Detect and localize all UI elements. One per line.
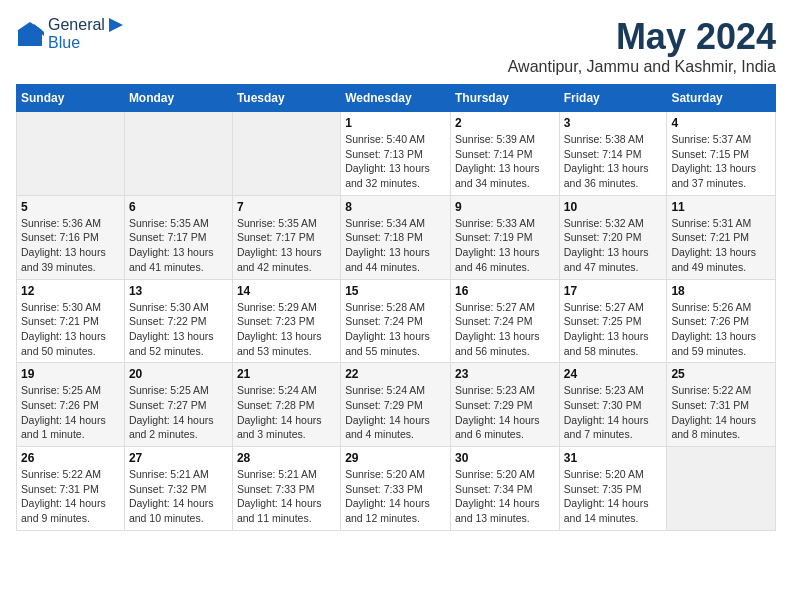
day-number: 31 — [564, 451, 663, 465]
day-number: 26 — [21, 451, 120, 465]
calendar-cell: 25Sunrise: 5:22 AM Sunset: 7:31 PM Dayli… — [667, 363, 776, 447]
calendar-cell: 18Sunrise: 5:26 AM Sunset: 7:26 PM Dayli… — [667, 279, 776, 363]
day-info: Sunrise: 5:24 AM Sunset: 7:28 PM Dayligh… — [237, 383, 336, 442]
day-info: Sunrise: 5:30 AM Sunset: 7:21 PM Dayligh… — [21, 300, 120, 359]
calendar-cell: 17Sunrise: 5:27 AM Sunset: 7:25 PM Dayli… — [559, 279, 667, 363]
weekday-header-wednesday: Wednesday — [341, 85, 451, 112]
calendar-cell: 13Sunrise: 5:30 AM Sunset: 7:22 PM Dayli… — [124, 279, 232, 363]
calendar-cell: 29Sunrise: 5:20 AM Sunset: 7:33 PM Dayli… — [341, 447, 451, 531]
day-number: 22 — [345, 367, 446, 381]
day-info: Sunrise: 5:39 AM Sunset: 7:14 PM Dayligh… — [455, 132, 555, 191]
calendar-cell: 24Sunrise: 5:23 AM Sunset: 7:30 PM Dayli… — [559, 363, 667, 447]
svg-marker-0 — [18, 22, 42, 46]
day-number: 10 — [564, 200, 663, 214]
day-info: Sunrise: 5:20 AM Sunset: 7:34 PM Dayligh… — [455, 467, 555, 526]
calendar-week-2: 5Sunrise: 5:36 AM Sunset: 7:16 PM Daylig… — [17, 195, 776, 279]
calendar-cell: 28Sunrise: 5:21 AM Sunset: 7:33 PM Dayli… — [232, 447, 340, 531]
day-info: Sunrise: 5:21 AM Sunset: 7:32 PM Dayligh… — [129, 467, 228, 526]
calendar-week-4: 19Sunrise: 5:25 AM Sunset: 7:26 PM Dayli… — [17, 363, 776, 447]
day-number: 15 — [345, 284, 446, 298]
logo-general-text: General — [48, 16, 105, 34]
day-info: Sunrise: 5:22 AM Sunset: 7:31 PM Dayligh… — [21, 467, 120, 526]
calendar-cell: 5Sunrise: 5:36 AM Sunset: 7:16 PM Daylig… — [17, 195, 125, 279]
day-info: Sunrise: 5:36 AM Sunset: 7:16 PM Dayligh… — [21, 216, 120, 275]
day-info: Sunrise: 5:24 AM Sunset: 7:29 PM Dayligh… — [345, 383, 446, 442]
day-info: Sunrise: 5:40 AM Sunset: 7:13 PM Dayligh… — [345, 132, 446, 191]
calendar-cell: 19Sunrise: 5:25 AM Sunset: 7:26 PM Dayli… — [17, 363, 125, 447]
day-info: Sunrise: 5:31 AM Sunset: 7:21 PM Dayligh… — [671, 216, 771, 275]
calendar-body: 1Sunrise: 5:40 AM Sunset: 7:13 PM Daylig… — [17, 112, 776, 531]
day-info: Sunrise: 5:35 AM Sunset: 7:17 PM Dayligh… — [129, 216, 228, 275]
calendar-cell: 23Sunrise: 5:23 AM Sunset: 7:29 PM Dayli… — [450, 363, 559, 447]
day-number: 11 — [671, 200, 771, 214]
logo-arrow-icon — [107, 16, 125, 34]
calendar-cell — [124, 112, 232, 196]
calendar-cell: 11Sunrise: 5:31 AM Sunset: 7:21 PM Dayli… — [667, 195, 776, 279]
day-number: 5 — [21, 200, 120, 214]
calendar-cell: 30Sunrise: 5:20 AM Sunset: 7:34 PM Dayli… — [450, 447, 559, 531]
calendar-cell: 7Sunrise: 5:35 AM Sunset: 7:17 PM Daylig… — [232, 195, 340, 279]
day-number: 21 — [237, 367, 336, 381]
day-info: Sunrise: 5:22 AM Sunset: 7:31 PM Dayligh… — [671, 383, 771, 442]
day-number: 7 — [237, 200, 336, 214]
day-number: 9 — [455, 200, 555, 214]
day-number: 14 — [237, 284, 336, 298]
day-number: 29 — [345, 451, 446, 465]
calendar-cell — [232, 112, 340, 196]
day-info: Sunrise: 5:25 AM Sunset: 7:27 PM Dayligh… — [129, 383, 228, 442]
logo-icon — [16, 20, 44, 48]
calendar-header-row: SundayMondayTuesdayWednesdayThursdayFrid… — [17, 85, 776, 112]
day-info: Sunrise: 5:23 AM Sunset: 7:29 PM Dayligh… — [455, 383, 555, 442]
weekday-header-tuesday: Tuesday — [232, 85, 340, 112]
day-number: 25 — [671, 367, 771, 381]
calendar-table: SundayMondayTuesdayWednesdayThursdayFrid… — [16, 84, 776, 531]
calendar-cell: 26Sunrise: 5:22 AM Sunset: 7:31 PM Dayli… — [17, 447, 125, 531]
day-info: Sunrise: 5:23 AM Sunset: 7:30 PM Dayligh… — [564, 383, 663, 442]
day-info: Sunrise: 5:35 AM Sunset: 7:17 PM Dayligh… — [237, 216, 336, 275]
day-number: 8 — [345, 200, 446, 214]
logo-blue-text: Blue — [48, 34, 127, 52]
day-number: 30 — [455, 451, 555, 465]
weekday-header-monday: Monday — [124, 85, 232, 112]
day-number: 18 — [671, 284, 771, 298]
day-info: Sunrise: 5:33 AM Sunset: 7:19 PM Dayligh… — [455, 216, 555, 275]
calendar-cell — [667, 447, 776, 531]
day-number: 16 — [455, 284, 555, 298]
day-info: Sunrise: 5:30 AM Sunset: 7:22 PM Dayligh… — [129, 300, 228, 359]
calendar-cell: 9Sunrise: 5:33 AM Sunset: 7:19 PM Daylig… — [450, 195, 559, 279]
calendar-cell: 2Sunrise: 5:39 AM Sunset: 7:14 PM Daylig… — [450, 112, 559, 196]
month-title: May 2024 — [508, 16, 776, 58]
weekday-header-sunday: Sunday — [17, 85, 125, 112]
day-number: 23 — [455, 367, 555, 381]
day-info: Sunrise: 5:32 AM Sunset: 7:20 PM Dayligh… — [564, 216, 663, 275]
logo: General Blue — [16, 16, 127, 52]
calendar-week-5: 26Sunrise: 5:22 AM Sunset: 7:31 PM Dayli… — [17, 447, 776, 531]
day-number: 12 — [21, 284, 120, 298]
location-title: Awantipur, Jammu and Kashmir, India — [508, 58, 776, 76]
weekday-header-saturday: Saturday — [667, 85, 776, 112]
day-info: Sunrise: 5:26 AM Sunset: 7:26 PM Dayligh… — [671, 300, 771, 359]
day-info: Sunrise: 5:21 AM Sunset: 7:33 PM Dayligh… — [237, 467, 336, 526]
calendar-cell: 21Sunrise: 5:24 AM Sunset: 7:28 PM Dayli… — [232, 363, 340, 447]
day-info: Sunrise: 5:29 AM Sunset: 7:23 PM Dayligh… — [237, 300, 336, 359]
day-info: Sunrise: 5:20 AM Sunset: 7:33 PM Dayligh… — [345, 467, 446, 526]
page-header: General Blue May 2024 Awantipur, Jammu a… — [16, 16, 776, 76]
day-number: 28 — [237, 451, 336, 465]
day-number: 17 — [564, 284, 663, 298]
day-number: 24 — [564, 367, 663, 381]
day-number: 3 — [564, 116, 663, 130]
calendar-cell: 1Sunrise: 5:40 AM Sunset: 7:13 PM Daylig… — [341, 112, 451, 196]
weekday-header-thursday: Thursday — [450, 85, 559, 112]
calendar-cell — [17, 112, 125, 196]
day-number: 6 — [129, 200, 228, 214]
calendar-cell: 14Sunrise: 5:29 AM Sunset: 7:23 PM Dayli… — [232, 279, 340, 363]
title-block: May 2024 Awantipur, Jammu and Kashmir, I… — [508, 16, 776, 76]
day-info: Sunrise: 5:25 AM Sunset: 7:26 PM Dayligh… — [21, 383, 120, 442]
day-number: 1 — [345, 116, 446, 130]
day-number: 20 — [129, 367, 228, 381]
day-info: Sunrise: 5:37 AM Sunset: 7:15 PM Dayligh… — [671, 132, 771, 191]
calendar-cell: 12Sunrise: 5:30 AM Sunset: 7:21 PM Dayli… — [17, 279, 125, 363]
day-number: 4 — [671, 116, 771, 130]
calendar-cell: 31Sunrise: 5:20 AM Sunset: 7:35 PM Dayli… — [559, 447, 667, 531]
calendar-cell: 10Sunrise: 5:32 AM Sunset: 7:20 PM Dayli… — [559, 195, 667, 279]
